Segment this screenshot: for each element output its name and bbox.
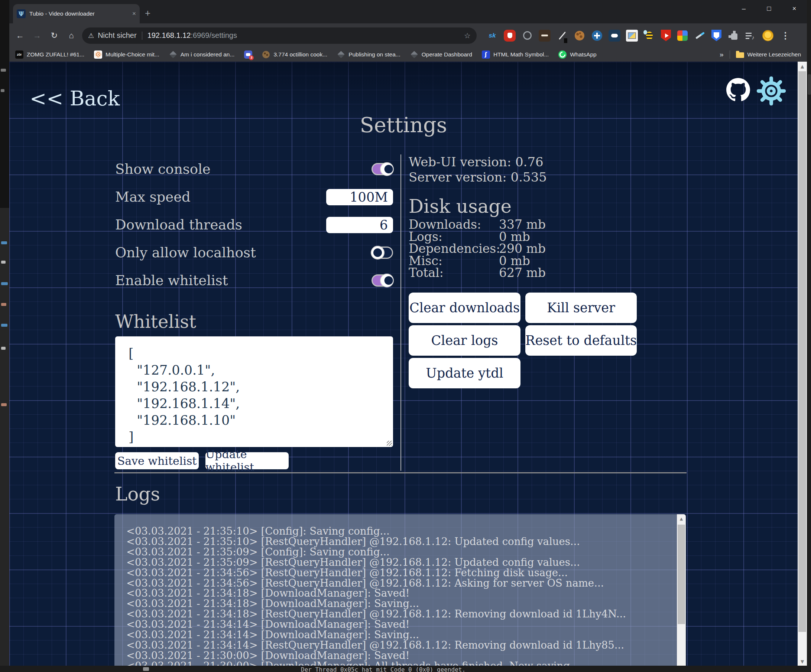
bookmark-label: Publishing on stea... [348,51,400,58]
cookie-monster-icon [262,51,270,59]
whitelist-textarea[interactable]: [ "127.0.0.1", "192.168.1.12", "192.168.… [115,336,393,447]
close-button[interactable]: × [782,5,807,13]
forward-arrow-icon[interactable] [31,29,44,42]
bookmark-item[interactable]: Multiple-Choice mit... [94,51,159,59]
minimize-button[interactable]: – [731,5,757,13]
gear-icon[interactable] [757,76,786,107]
bee-extension-icon[interactable] [643,30,655,42]
background-window-left-edge [0,0,9,666]
bookmark-item[interactable]: ZOMG ZUFALL! #61... [15,51,84,59]
update-whitelist-button[interactable]: Update whitelist [205,452,288,469]
browser-tab-active[interactable]: Tubio - Video downloader × [13,4,140,24]
stop-hand-extension-icon[interactable] [504,30,516,42]
log-entry: <03.03.2021 - 21:34:56> [RestQueryHandle… [126,578,671,589]
server-version-label: Server version: [409,170,507,185]
browser-window: Tubio - Video downloader × + – □ × Nicht… [9,0,807,666]
bookmark-star-icon[interactable] [464,31,471,40]
scroll-down-arrow-icon[interactable]: ▼ [797,659,807,664]
log-entry: <03.03.2021 - 21:35:09> [RestQueryHandle… [126,557,671,568]
whitelist-heading: Whitelist [115,311,196,332]
url-path[interactable]: :6969/settings [190,31,237,40]
url-host[interactable]: 192.168.1.12 [148,31,191,40]
other-bookmarks-folder[interactable]: Weitere Lesezeichen [736,51,801,58]
bookmark-item[interactable]: Am i considered an... [169,51,235,59]
blue-shield-extension-icon[interactable] [711,30,721,41]
page-scrollbar[interactable]: ▲ ▼ [797,62,807,666]
browser-menu-icon[interactable] [779,30,791,42]
sk-extension-icon[interactable] [486,30,498,42]
show-console-toggle[interactable] [372,163,393,175]
bookmark-item[interactable]: Operate Dashboard [410,51,472,59]
new-tab-button[interactable]: + [145,8,151,18]
bookmark-item[interactable]: WhatsApp [558,51,597,59]
background-console-text: Der Thread 0x05c hat mit Code 0 (0x0) ge… [301,666,465,672]
reload-icon[interactable] [48,29,61,42]
profile-avatar-coins-icon[interactable] [762,30,774,42]
photo-frame-extension-icon[interactable] [626,30,638,42]
playlist-icon[interactable] [745,30,757,42]
scroll-up-arrow-icon[interactable]: ▲ [677,516,686,521]
logs-heading: Logs [115,483,160,505]
security-label[interactable]: Nicht sicher [98,31,136,40]
bookmarks-overflow-chevron[interactable]: » [719,51,724,59]
scroll-up-arrow-icon[interactable]: ▲ [797,64,807,69]
maximize-button[interactable]: □ [757,5,782,13]
code-fragment [1,324,7,327]
kill-server-button[interactable]: Kill server [525,293,637,323]
warning-triangle-icon[interactable] [88,32,94,40]
amazon-extension-icon[interactable] [609,30,621,42]
bookmark-item[interactable]: HTML Math Symbol... [482,51,549,59]
pen-knife-extension-icon[interactable] [556,30,568,42]
setting-row-enable-whitelist: Enable whitelist [115,267,393,295]
github-icon[interactable] [726,78,750,103]
cookie-extension-icon[interactable] [573,30,585,42]
bookmarks-divider [730,51,730,59]
settings-page: << Back Settings Show console M [9,62,807,666]
medical-cross-extension-icon[interactable] [591,30,603,42]
bookmark-item[interactable] [244,51,252,59]
disk-row: Total:627 mb [409,267,691,279]
bookmark-label: WhatsApp [570,51,597,58]
only-localhost-toggle[interactable] [372,247,393,259]
puzzle-piece-icon[interactable] [727,30,739,42]
clear-downloads-button[interactable]: Clear downloads [409,293,521,323]
bookmark-label: ZOMG ZUFALL! #61... [27,51,84,58]
logs-scrollbar[interactable]: ▲ [677,514,686,666]
server-version-value: 0.535 [511,170,547,185]
code-fragment [1,347,5,350]
syringe-extension-icon[interactable] [694,30,706,42]
logs-scrollbar-thumb[interactable] [678,525,685,624]
steam-cube-icon [410,51,418,59]
enable-whitelist-toggle[interactable] [372,274,393,287]
browser-titlebar: Tubio - Video downloader × + – □ × [9,0,807,24]
save-whitelist-button[interactable]: Save whitelist [115,452,199,469]
page-scrollbar-thumb[interactable] [798,71,806,632]
settings-form: Show console Max speed Download threads … [115,155,393,295]
bookmarks-right-group: » Weitere Lesezeichen [719,51,801,59]
reset-to-defaults-button[interactable]: Reset to defaults [525,325,637,355]
bookmark-label: Weitere Lesezeichen [748,51,801,58]
download-threads-input[interactable] [326,217,393,233]
address-bar[interactable]: Nicht sicher 192.168.1.12 :6969/settings [82,27,477,44]
disk-row-label: Total: [409,267,499,279]
desktop: Der Thread 0x05c hat mit Code 0 (0x0) ge… [0,0,811,672]
bookmark-item[interactable]: Publishing on stea... [337,51,400,59]
incognito-extension-icon[interactable] [539,30,551,42]
red-shield-play-extension-icon[interactable] [661,30,671,41]
log-entry: <03.03.2021 - 21:34:18> [DownloadManager… [126,599,671,609]
code-fragment [1,261,5,264]
disk-row-value: 627 mb [499,267,546,279]
google-colors-extension-icon[interactable] [677,30,689,42]
clear-logs-button[interactable]: Clear logs [409,325,521,355]
math-symbols-icon [482,51,490,59]
back-arrow-icon[interactable] [14,29,26,42]
log-entry: <03.03.2021 - 21:34:56> [RestQueryHandle… [126,568,671,578]
home-icon[interactable] [65,29,78,42]
update-ytdl-button[interactable]: Update ytdl [409,358,521,388]
gray-ring-extension-icon[interactable] [521,30,533,42]
bookmark-item[interactable]: 3.774 octillion cook... [262,51,327,59]
max-speed-input[interactable] [326,189,393,205]
back-link[interactable]: << Back [30,87,120,110]
tab-close-icon[interactable]: × [132,10,136,17]
toggle-knob [380,162,394,176]
